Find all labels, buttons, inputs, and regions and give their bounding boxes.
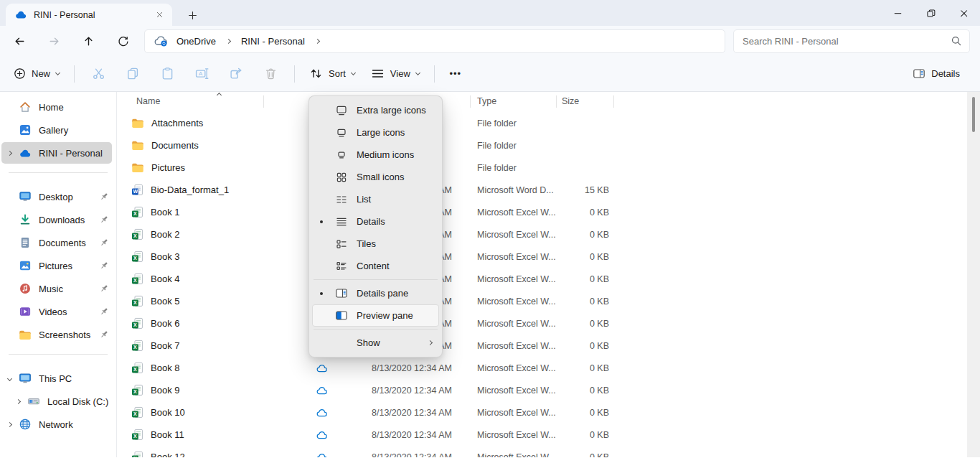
rename-button[interactable]: A [186,61,217,87]
more-options-button[interactable]: ••• [441,68,470,79]
svg-text:X: X [133,300,137,305]
file-name-cell: XBook 10 [131,401,185,424]
breadcrumb-chevron-icon[interactable] [315,38,320,43]
file-row[interactable]: WBio-Data_format_18/13/2020 12:34 AMMicr… [117,179,980,201]
column-divider[interactable] [470,95,471,108]
sidebar-item-downloads[interactable]: Downloads [1,209,112,230]
onedrive-icon [14,10,27,19]
column-divider[interactable] [263,95,264,108]
gallery-icon [17,123,33,136]
minimize-button[interactable] [881,0,914,26]
chevron-down-icon [351,70,356,75]
excel-file-icon: X [131,429,143,441]
paste-button[interactable] [151,61,183,87]
chevron-right-icon[interactable] [6,150,11,155]
file-name-cell: XBook 9 [131,379,179,401]
view-menu-item-medium-icons[interactable]: Medium icons [312,144,439,166]
view-menu-item-large-icons[interactable]: Large icons [312,121,439,144]
details-view-icon [331,215,352,228]
search-box[interactable] [733,29,970,53]
sidebar-item-home[interactable]: Home [1,96,112,118]
view-button[interactable]: View [363,61,428,87]
sidebar-item-pictures[interactable]: Pictures [1,255,112,276]
view-menu-item-extra-large-icons[interactable]: Extra large icons [312,99,439,121]
sidebar-item-rini-personal[interactable]: RINI - Personal [1,142,112,164]
file-row[interactable]: XBook 38/13/2020 12:34 AMMicrosoft Excel… [117,246,980,268]
sidebar-item-gallery[interactable]: Gallery [1,119,112,141]
sidebar-item-documents[interactable]: Documents [1,232,112,253]
view-menu-item-tiles[interactable]: Tiles [312,233,439,255]
tab-close-icon[interactable] [151,6,168,24]
sync-status-cloud-icon [316,379,328,401]
new-tab-button[interactable] [182,5,202,25]
file-name: Book 4 [151,274,179,284]
sidebar-item-videos[interactable]: Videos [1,301,112,322]
file-name: Bio-Data_format_1 [151,184,229,195]
chevron-right-icon[interactable] [15,398,20,403]
copy-button[interactable] [117,61,149,87]
selected-bullet-icon [320,292,323,295]
chevron-right-icon[interactable] [6,421,11,426]
delete-button[interactable] [255,61,286,87]
file-size: 0 KB [546,446,609,457]
view-menu-item-content[interactable]: Content [312,255,439,277]
file-row[interactable]: XBook 68/13/2020 12:34 AMMicrosoft Excel… [117,312,980,335]
sidebar-item-this-pc[interactable]: This PC [1,368,112,389]
up-button[interactable] [75,29,101,52]
refresh-button[interactable] [110,29,136,52]
file-row[interactable]: XBook 78/13/2020 12:34 AMMicrosoft Excel… [117,335,980,357]
view-menu-item-details[interactable]: Details [312,210,439,233]
chevron-down-icon[interactable] [6,375,11,380]
forward-button[interactable] [41,29,67,52]
file-row[interactable]: AttachmentsFile folder [117,112,980,134]
column-header-name[interactable]: Name [136,96,160,106]
file-type: Microsoft Excel W... [477,335,556,357]
file-row[interactable]: XBook 58/13/2020 12:34 AMMicrosoft Excel… [117,290,980,312]
file-row[interactable]: XBook 118/13/2020 12:34 AMMicrosoft Exce… [117,424,980,446]
details-pane-toggle-button[interactable]: Details [905,61,967,87]
share-button[interactable] [220,61,252,87]
column-divider[interactable] [556,95,557,108]
sidebar-item-local-disk-c[interactable]: Local Disk (C:) [1,391,112,412]
file-row[interactable]: PicturesFile folder [117,156,980,179]
file-row[interactable]: DocumentsFile folder [117,134,980,156]
menu-item-label: Details [357,216,439,227]
file-row[interactable]: XBook 98/13/2020 12:34 AMMicrosoft Excel… [117,379,980,401]
view-menu-item-preview-pane[interactable]: Preview pane [312,304,439,327]
breadcrumb-onedrive[interactable]: OneDrive [174,36,219,47]
close-button[interactable] [947,0,980,26]
file-type: Microsoft Excel W... [477,268,556,290]
view-menu-item-details-pane[interactable]: Details pane [312,282,439,304]
column-header-size[interactable]: Size [562,96,579,106]
explorer-tab[interactable]: RINI - Personal [6,4,172,26]
back-button[interactable] [6,29,32,52]
file-row[interactable]: XBook 108/13/2020 12:34 AMMicrosoft Exce… [117,401,980,424]
sidebar-item-music[interactable]: Music [1,278,112,299]
search-input[interactable] [743,36,951,47]
scrollbar-thumb[interactable] [972,97,975,132]
address-bar[interactable]: OneDrive RINI - Personal [144,29,725,53]
svg-text:X: X [133,411,137,416]
sort-button[interactable]: Sort [301,61,363,87]
vertical-scrollbar[interactable] [967,92,980,457]
view-menu-item-list[interactable]: List [312,188,439,210]
column-header-type[interactable]: Type [477,96,496,106]
breadcrumb-current[interactable]: RINI - Personal [238,36,308,47]
sidebar-item-network[interactable]: Network [1,413,112,435]
sidebar-item-desktop[interactable]: Desktop [1,186,112,207]
file-row[interactable]: XBook 88/13/2020 12:34 AMMicrosoft Excel… [117,357,980,379]
restore-button[interactable] [914,0,947,26]
file-row[interactable]: XBook 18/13/2020 12:34 AMMicrosoft Excel… [117,201,980,223]
sidebar-item-screenshots[interactable]: Screenshots [1,324,112,345]
column-divider[interactable] [613,95,614,108]
view-menu-item-show[interactable]: Show [312,332,439,354]
file-type: Microsoft Excel W... [477,401,556,424]
sidebar-item-label: This PC [39,373,112,384]
file-row[interactable]: XBook 48/13/2020 12:34 AMMicrosoft Excel… [117,268,980,290]
cut-button[interactable] [83,61,114,87]
file-row[interactable]: XBook 28/13/2020 12:34 AMMicrosoft Excel… [117,223,980,246]
view-menu-item-small-icons[interactable]: Small icons [312,166,439,188]
new-button[interactable]: New [6,61,67,87]
file-row[interactable]: XBook 128/13/2020 12:34 AMMicrosoft Exce… [117,446,980,457]
breadcrumb-chevron-icon[interactable] [226,38,231,43]
